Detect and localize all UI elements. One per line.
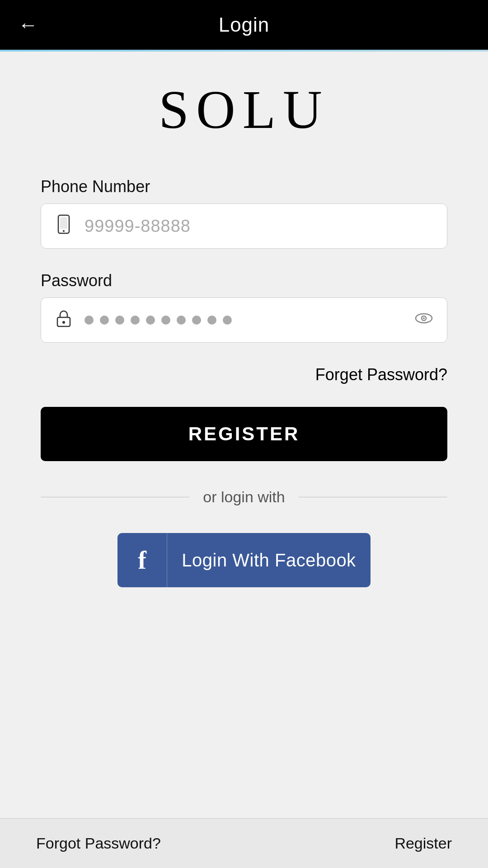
phone-label: Phone Number bbox=[41, 177, 447, 196]
divider-text: or login with bbox=[189, 488, 298, 506]
svg-point-5 bbox=[62, 321, 65, 324]
app-header: ← Login bbox=[0, 0, 488, 50]
footer-register-link[interactable]: Register bbox=[394, 835, 452, 852]
phone-input-wrapper bbox=[41, 203, 447, 249]
facebook-icon: f bbox=[138, 546, 146, 575]
back-button[interactable]: ← bbox=[18, 15, 38, 35]
forgot-password-link[interactable]: Forget Password? bbox=[315, 365, 447, 384]
svg-rect-1 bbox=[60, 217, 67, 229]
divider-line-right bbox=[299, 497, 447, 498]
password-label: Password bbox=[41, 271, 447, 290]
facebook-login-button[interactable]: f Login With Facebook bbox=[117, 533, 371, 587]
phone-icon bbox=[54, 214, 74, 238]
login-form: Phone Number Password bbox=[41, 177, 447, 587]
svg-point-2 bbox=[63, 230, 65, 232]
password-input-wrapper bbox=[41, 297, 447, 343]
facebook-button-label: Login With Facebook bbox=[167, 550, 371, 571]
app-footer: Forgot Password? Register bbox=[0, 818, 488, 868]
forgot-link-row: Forget Password? bbox=[41, 365, 447, 384]
main-content: SOLU Phone Number Password bbox=[0, 52, 488, 818]
svg-point-8 bbox=[423, 317, 425, 319]
lock-icon bbox=[54, 308, 74, 332]
or-divider: or login with bbox=[41, 488, 447, 506]
eye-toggle-icon[interactable] bbox=[413, 308, 434, 333]
footer-forgot-link[interactable]: Forgot Password? bbox=[36, 835, 161, 852]
facebook-icon-area: f bbox=[117, 533, 167, 587]
divider-line-left bbox=[41, 497, 189, 498]
phone-input[interactable] bbox=[84, 217, 434, 236]
page-title: Login bbox=[219, 14, 270, 36]
password-dots bbox=[84, 316, 413, 325]
app-logo: SOLU bbox=[159, 79, 329, 141]
register-button[interactable]: REGISTER bbox=[41, 407, 447, 461]
